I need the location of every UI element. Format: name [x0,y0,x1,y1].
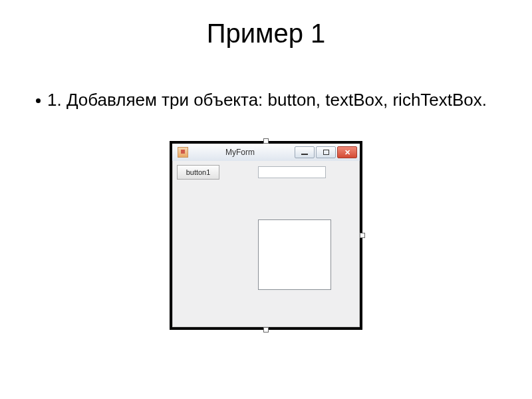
window-title: MyForm [188,148,295,157]
close-icon: ✕ [344,149,350,156]
slide-title: Пример 1 [0,19,532,49]
selection-handle-icon [264,139,268,143]
maximize-icon [323,150,329,155]
app-icon [178,147,188,158]
form-client-area: button1 [172,161,360,327]
bullet-icon [36,98,41,103]
minimize-button[interactable] [295,146,315,158]
selection-handle-icon [264,328,268,332]
embedded-screenshot: MyForm ✕ button1 [170,141,362,330]
form-window: MyForm ✕ button1 [172,144,360,327]
bullet-text: 1. Добавляем три объекта: button, textBo… [47,89,487,111]
slide: Пример 1 1. Добавляем три объекта: butto… [0,0,532,399]
minimize-icon [301,154,308,155]
button1[interactable]: button1 [177,165,219,180]
selection-handle-icon [360,233,364,237]
window-buttons: ✕ [295,146,357,158]
textbox-input[interactable] [258,166,326,178]
bullet-item: 1. Добавляем три объекта: button, textBo… [36,89,496,111]
richtextbox-input[interactable] [258,219,331,290]
window-titlebar: MyForm ✕ [172,144,360,162]
maximize-button[interactable] [316,146,336,158]
close-button[interactable]: ✕ [337,146,357,158]
